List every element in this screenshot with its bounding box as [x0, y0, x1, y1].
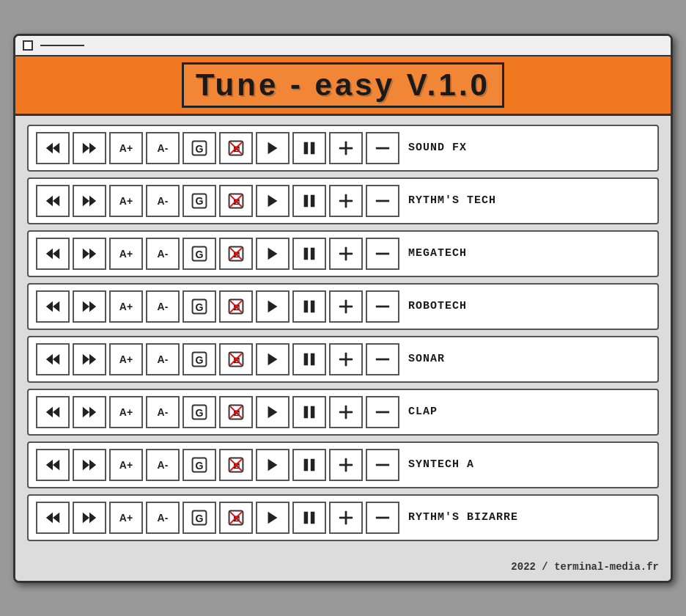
play-button[interactable]: [256, 290, 289, 323]
plus-button[interactable]: [329, 185, 363, 217]
pause-button[interactable]: [292, 449, 326, 481]
forward-button[interactable]: [73, 396, 106, 428]
svg-marker-1: [53, 142, 59, 153]
play-button[interactable]: [256, 502, 289, 534]
app-header: Tune - easy V.1.0: [15, 56, 671, 116]
aplus-button[interactable]: A+: [109, 132, 143, 164]
svg-marker-49: [53, 301, 59, 312]
forward-button[interactable]: [73, 185, 106, 217]
minus-button[interactable]: [366, 396, 399, 428]
svg-text:G: G: [196, 142, 204, 154]
plus-button[interactable]: [329, 502, 363, 534]
loop-button[interactable]: G: [182, 449, 216, 481]
aplus-button[interactable]: A+: [109, 290, 143, 323]
plus-button[interactable]: [329, 449, 363, 481]
plus-button[interactable]: [329, 290, 363, 323]
play-button[interactable]: [256, 343, 289, 375]
loop-button[interactable]: G: [182, 396, 216, 428]
loop-button[interactable]: G: [182, 502, 216, 534]
window-button[interactable]: [23, 40, 33, 51]
plus-button[interactable]: [329, 238, 363, 270]
play-button[interactable]: [256, 185, 289, 217]
mute-button[interactable]: ⊠: [219, 343, 253, 375]
svg-rect-108: [311, 458, 315, 471]
pause-button[interactable]: [292, 238, 326, 270]
track-row-1: A+A- G ⊠ SOUND FX: [27, 125, 659, 172]
pause-button[interactable]: [292, 290, 326, 323]
svg-rect-11: [304, 142, 309, 154]
plus-button[interactable]: [329, 132, 363, 164]
aplus-button[interactable]: A+: [109, 185, 143, 217]
aplus-button[interactable]: A+: [109, 238, 143, 270]
title-bar-line: [40, 45, 84, 46]
forward-button[interactable]: [73, 238, 106, 270]
play-button[interactable]: [256, 396, 289, 428]
track-row-2: A+A- G ⊠ RYTHM'S TECH: [27, 177, 659, 224]
svg-marker-112: [46, 512, 53, 523]
rewind-button[interactable]: [36, 290, 70, 323]
svg-marker-83: [89, 406, 96, 417]
track-row-7: A+A- G ⊠ SYNTECH A: [27, 441, 659, 488]
loop-button[interactable]: G: [182, 185, 216, 217]
loop-button[interactable]: G: [182, 343, 216, 375]
forward-button[interactable]: [73, 290, 106, 323]
mute-button[interactable]: ⊠: [219, 290, 253, 323]
rewind-button[interactable]: [36, 396, 70, 428]
mute-button[interactable]: ⊠: [219, 132, 253, 164]
footer-text: 2022 / terminal-media.fr: [511, 561, 659, 573]
pause-button[interactable]: [292, 396, 326, 428]
loop-button[interactable]: G: [182, 132, 216, 164]
aminus-button[interactable]: A-: [146, 290, 180, 323]
aminus-button[interactable]: A-: [146, 396, 180, 428]
rewind-button[interactable]: [36, 343, 70, 375]
rewind-button[interactable]: [36, 238, 70, 270]
mute-button[interactable]: ⊠: [219, 449, 253, 481]
minus-button[interactable]: [366, 502, 399, 534]
plus-button[interactable]: [329, 396, 363, 428]
forward-button[interactable]: [73, 132, 106, 164]
rewind-button[interactable]: [36, 449, 70, 481]
mute-button[interactable]: ⊠: [219, 396, 253, 428]
minus-button[interactable]: [366, 238, 399, 270]
minus-button[interactable]: [366, 449, 399, 481]
plus-button[interactable]: [329, 343, 363, 375]
aminus-button[interactable]: A-: [146, 185, 180, 217]
loop-button[interactable]: G: [182, 238, 216, 270]
minus-button[interactable]: [366, 185, 399, 217]
svg-marker-106: [268, 458, 278, 471]
pause-button[interactable]: [292, 502, 326, 534]
play-button[interactable]: [256, 449, 289, 481]
minus-button[interactable]: [366, 343, 399, 375]
aplus-button[interactable]: A+: [109, 396, 143, 428]
play-button[interactable]: [256, 132, 289, 164]
aminus-button[interactable]: A-: [146, 343, 180, 375]
rewind-button[interactable]: [36, 502, 70, 534]
aminus-button[interactable]: A-: [146, 502, 180, 534]
svg-marker-99: [89, 459, 96, 470]
rewind-button[interactable]: [36, 132, 70, 164]
aplus-button[interactable]: A+: [109, 502, 143, 534]
minus-button[interactable]: [366, 290, 399, 323]
app-title: Tune - easy V.1.0: [196, 67, 490, 102]
aminus-button[interactable]: A-: [146, 449, 180, 481]
mute-button[interactable]: ⊠: [219, 185, 253, 217]
minus-button[interactable]: [366, 132, 399, 164]
rewind-button[interactable]: [36, 185, 70, 217]
aminus-button[interactable]: A-: [146, 132, 180, 164]
aminus-button[interactable]: A-: [146, 238, 180, 270]
forward-button[interactable]: [73, 502, 106, 534]
svg-marker-18: [83, 195, 89, 206]
pause-button[interactable]: [292, 132, 326, 164]
forward-button[interactable]: [73, 449, 106, 481]
mute-button[interactable]: ⊠: [219, 238, 253, 270]
svg-rect-124: [311, 511, 315, 524]
loop-button[interactable]: G: [182, 290, 216, 323]
aplus-button[interactable]: A+: [109, 449, 143, 481]
pause-button[interactable]: [292, 185, 326, 217]
forward-button[interactable]: [73, 343, 106, 375]
aplus-button[interactable]: A+: [109, 343, 143, 375]
svg-marker-17: [53, 195, 59, 206]
play-button[interactable]: [256, 238, 289, 270]
mute-button[interactable]: ⊠: [219, 502, 253, 534]
pause-button[interactable]: [292, 343, 326, 375]
